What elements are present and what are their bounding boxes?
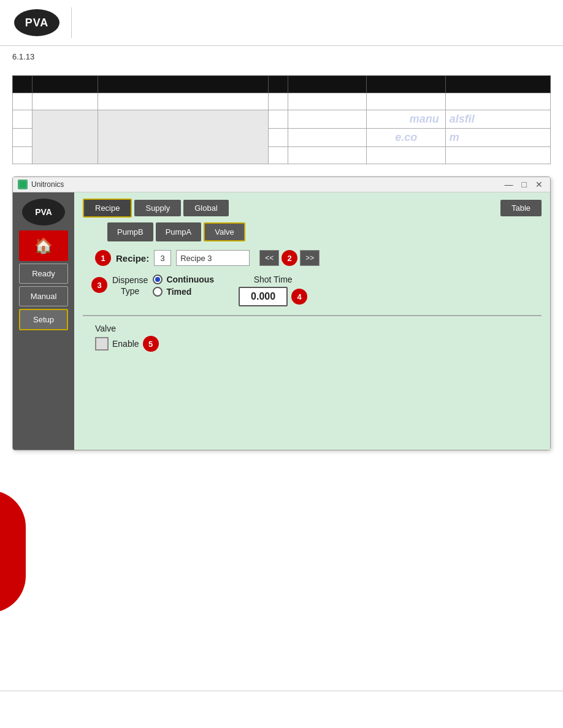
header-logo: PVA [12, 7, 61, 38]
td-3-4 [269, 129, 288, 147]
valve-enable-label: Enable [112, 339, 139, 349]
sidebar-item-ready[interactable]: Ready [19, 264, 68, 284]
td-3-1 [13, 129, 33, 147]
recipe-number-display[interactable]: 3 [154, 250, 171, 266]
header-divider [71, 7, 72, 38]
td-3-6: e.co [367, 129, 445, 147]
td-1-5 [288, 93, 367, 110]
recipe-name-display[interactable]: Recipe 3 [176, 250, 250, 266]
table-row [13, 93, 551, 110]
th-6 [367, 76, 445, 93]
doc-table: manu alsfil e.co m [12, 75, 551, 164]
td-1-2 [33, 93, 98, 110]
shot-time-block: Shot Time 0.000 4 [239, 275, 307, 306]
dispense-block: 3 Dispense Type Continuous Timed [91, 275, 214, 297]
th-7 [445, 76, 550, 93]
sidebar: PVA 🏠 Ready Manual Setup [13, 192, 74, 450]
minimize-button[interactable]: — [502, 180, 516, 189]
td-2-4 [269, 110, 288, 129]
radio-continuous[interactable] [153, 275, 163, 284]
shot-value-row: 0.000 4 [239, 287, 307, 306]
sub-nav: PumpB PumpA Valve [83, 222, 542, 241]
page-header: PVA [0, 0, 563, 46]
td-4-7 [445, 147, 550, 164]
td-1-7 [445, 93, 550, 110]
pva-logo: PVA [14, 9, 59, 36]
sub-tab-valve[interactable]: Valve [204, 222, 245, 241]
valve-enable-checkbox[interactable] [95, 337, 109, 351]
window-titlebar: Unitronics — □ ✕ [13, 177, 550, 192]
bottom-rule [0, 691, 563, 691]
table-header-row [13, 76, 551, 93]
sidebar-ready-label: Ready [32, 269, 55, 278]
sidebar-home-button[interactable]: 🏠 [19, 230, 68, 261]
td-2-2-tall [33, 110, 98, 164]
continuous-label: Continuous [166, 275, 214, 284]
tab-table[interactable]: Table [500, 200, 542, 216]
valve-enable-row: Enable 5 [95, 336, 542, 352]
td-2-6: manu [367, 110, 445, 129]
version-text: 6.1.13 [12, 52, 34, 61]
th-2 [33, 76, 98, 93]
sub-tab-pumpa[interactable]: PumpA [156, 222, 202, 241]
home-icon: 🏠 [34, 237, 53, 254]
radio-timed[interactable] [153, 287, 163, 297]
th-3 [98, 76, 269, 93]
badge-2: 2 [282, 250, 297, 266]
sidebar-setup-label: Setup [33, 315, 54, 324]
content-divider [83, 315, 542, 316]
badge-3: 3 [91, 277, 107, 293]
sidebar-item-setup[interactable]: Setup [19, 309, 68, 330]
tab-supply[interactable]: Supply [134, 200, 181, 216]
td-3-5 [288, 129, 367, 147]
badge-4: 4 [291, 289, 307, 305]
recipe-prev-button[interactable]: << [259, 250, 279, 266]
valve-title: Valve [95, 324, 542, 333]
sidebar-logo-text: PVA [35, 207, 52, 217]
td-4-1 [13, 147, 33, 164]
unitronics-window: Unitronics — □ ✕ PVA 🏠 Ready Manual Setu… [12, 176, 551, 450]
tab-global[interactable]: Global [183, 200, 229, 216]
close-button[interactable]: ✕ [533, 180, 545, 189]
td-2-7: alsfil [445, 110, 550, 129]
shot-time-input[interactable]: 0.000 [239, 287, 288, 306]
th-4 [269, 76, 288, 93]
version-area: 6.1.13 [0, 46, 563, 64]
sidebar-item-manual[interactable]: Manual [19, 286, 68, 306]
td-1-1 [13, 93, 33, 110]
title-left: Unitronics [18, 180, 64, 189]
td-4-4 [269, 147, 288, 164]
logo-text: PVA [25, 17, 49, 29]
shot-time-label: Shot Time [254, 275, 293, 284]
dispense-type-label: Dispense Type [112, 275, 148, 297]
maximize-button[interactable]: □ [519, 180, 529, 189]
dispense-row: 3 Dispense Type Continuous Timed [83, 275, 542, 306]
sidebar-logo: PVA [22, 199, 65, 226]
window-controls[interactable]: — □ ✕ [502, 180, 545, 189]
recipe-next-button[interactable]: >> [300, 250, 320, 266]
doc-table-section: manu alsfil e.co m [12, 75, 551, 164]
td-2-1 [13, 110, 33, 129]
dispense-options: Continuous Timed [153, 275, 214, 297]
dispense-continuous[interactable]: Continuous [153, 275, 214, 284]
tab-recipe[interactable]: Recipe [83, 199, 132, 218]
sidebar-manual-label: Manual [31, 292, 57, 301]
timed-label: Timed [166, 287, 191, 297]
left-arc-decoration [0, 490, 26, 613]
td-1-6 [367, 93, 445, 110]
dispense-timed[interactable]: Timed [153, 287, 214, 297]
sub-tab-pumpb[interactable]: PumpB [107, 222, 153, 241]
window-body: PVA 🏠 Ready Manual Setup Recipe [13, 192, 550, 450]
recipe-row: 1 Recipe: 3 Recipe 3 << 2 >> [83, 250, 542, 266]
app-icon [18, 180, 28, 189]
top-nav: Recipe Supply Global Table [83, 199, 542, 218]
badge-1: 1 [95, 250, 111, 266]
td-1-4 [269, 93, 288, 110]
th-1 [13, 76, 33, 93]
valve-block: Valve Enable 5 [83, 324, 542, 352]
main-content: Recipe Supply Global Table PumpB [74, 192, 550, 450]
td-4-6 [367, 147, 445, 164]
td-3-7: m [445, 129, 550, 147]
window-title: Unitronics [31, 180, 64, 189]
recipe-label: Recipe: [116, 253, 149, 264]
